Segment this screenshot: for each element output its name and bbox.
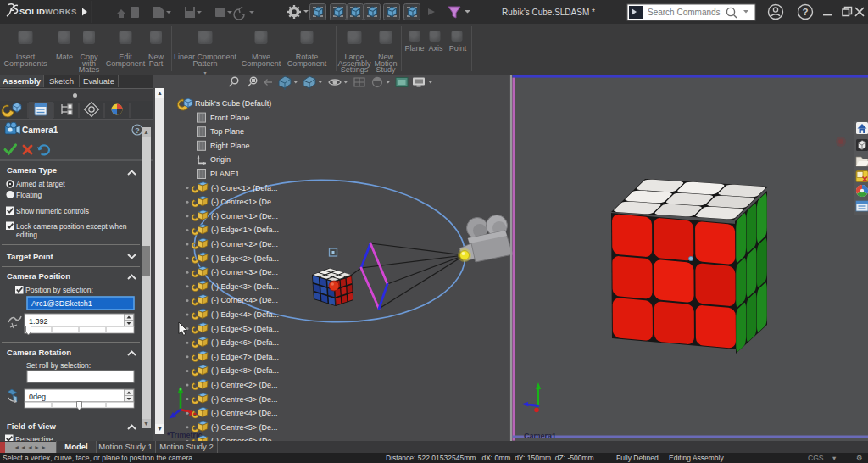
- svg-text:(-) Edge<1> (Defa...: (-) Edge<1> (Defa...: [211, 226, 279, 234]
- svg-text:(-) Edge<3> (Defa...: (-) Edge<3> (Defa...: [211, 282, 279, 291]
- svg-text:Rubik’s Cube.SLDASM *: Rubik’s Cube.SLDASM *: [502, 8, 595, 17]
- svg-text:Field of View: Field of View: [7, 421, 57, 431]
- svg-text:(-) Edge<5> (Defa...: (-) Edge<5> (Defa...: [211, 325, 279, 333]
- svg-text:(-) Corner<2> (De...: (-) Corner<2> (De...: [211, 240, 278, 248]
- svg-text:(-) Corner<4> (De...: (-) Corner<4> (De...: [211, 296, 278, 304]
- svg-text:Position by selection:: Position by selection:: [25, 286, 93, 294]
- svg-text:(-) Corner<1> (De...: (-) Corner<1> (De...: [211, 212, 278, 220]
- svg-text:Camera1: Camera1: [22, 126, 58, 135]
- svg-text:Top Plane: Top Plane: [210, 127, 244, 136]
- svg-text:(-) Edge<4> (Defa...: (-) Edge<4> (Defa...: [211, 310, 279, 319]
- svg-text:(-) Corner<3> (De...: (-) Corner<3> (De...: [211, 268, 278, 276]
- svg-text:Aimed at target: Aimed at target: [16, 180, 65, 188]
- svg-text:Search Commands: Search Commands: [648, 8, 721, 17]
- svg-text:(-) Edge<6> (Defa...: (-) Edge<6> (Defa...: [211, 338, 279, 347]
- svg-text:Target Point: Target Point: [7, 252, 54, 261]
- svg-text:PLANE1: PLANE1: [210, 170, 240, 178]
- svg-text:Camera Rotation: Camera Rotation: [7, 348, 71, 357]
- svg-text:(-) Centre<1> (De...: (-) Centre<1> (De...: [211, 198, 278, 206]
- svg-text:Show numeric controls: Show numeric controls: [16, 207, 89, 215]
- svg-text:SOLIDWORKS: SOLIDWORKS: [19, 7, 76, 16]
- svg-text:(-) Edge<7> (Defa...: (-) Edge<7> (Defa...: [211, 353, 279, 361]
- svg-text:Right Plane: Right Plane: [210, 142, 250, 150]
- svg-text:Camera1: Camera1: [524, 432, 556, 440]
- svg-text:(-) Centre<5> (De...: (-) Centre<5> (De...: [211, 423, 278, 432]
- svg-text:Perspective: Perspective: [15, 435, 53, 442]
- svg-text:0deg: 0deg: [29, 393, 46, 401]
- svg-text:?: ?: [802, 7, 808, 17]
- svg-text:Set roll by selection:: Set roll by selection:: [26, 361, 91, 370]
- svg-text:1.392: 1.392: [29, 317, 48, 326]
- svg-text:(-) Centre<3> (De...: (-) Centre<3> (De...: [211, 395, 278, 404]
- svg-text:Lock camera position except wh: Lock camera position except when: [16, 222, 127, 231]
- svg-text:Arc1@3DSketch1: Arc1@3DSketch1: [31, 299, 92, 308]
- svg-text:(-) Edge<2> (Defa...: (-) Edge<2> (Defa...: [211, 254, 279, 263]
- svg-text:Camera Type: Camera Type: [7, 165, 57, 175]
- svg-text:editing: editing: [16, 231, 37, 239]
- svg-text:(-) Core<1> (Defa...: (-) Core<1> (Defa...: [211, 184, 278, 192]
- svg-text:(-) Edge<8> (Defa...: (-) Edge<8> (Defa...: [211, 366, 279, 375]
- svg-text:Origin: Origin: [210, 155, 231, 164]
- svg-text:(-) Centre<4> (De...: (-) Centre<4> (De...: [211, 409, 278, 417]
- svg-text:Camera Position: Camera Position: [7, 271, 70, 281]
- svg-text:(-) Centre<2> (De...: (-) Centre<2> (De...: [211, 381, 278, 389]
- svg-text:Floating: Floating: [16, 191, 42, 199]
- svg-text:Front Plane: Front Plane: [210, 114, 250, 122]
- svg-text:*Trimetric: *Trimetric: [167, 431, 203, 439]
- svg-text:?: ?: [135, 126, 140, 135]
- svg-text:Rubik's Cube (Default): Rubik's Cube (Default): [195, 99, 271, 108]
